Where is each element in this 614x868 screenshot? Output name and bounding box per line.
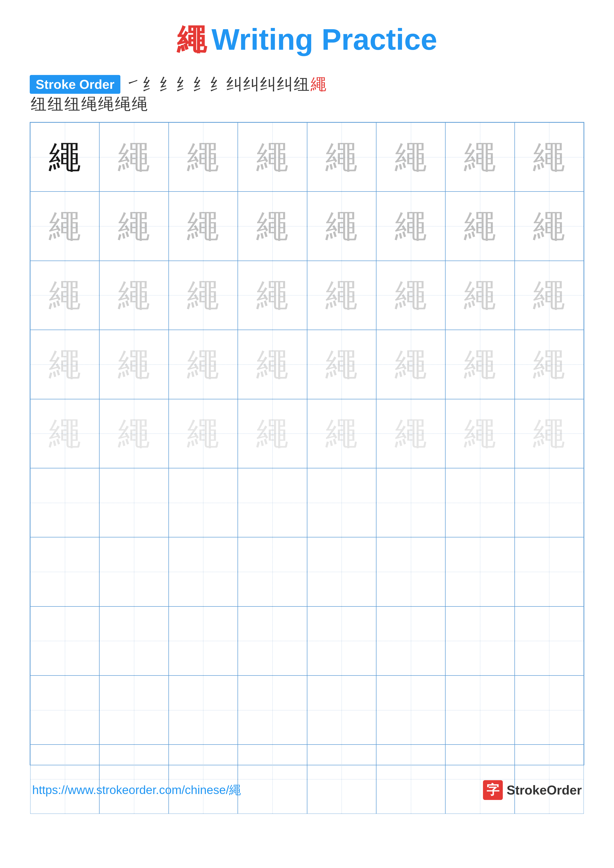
grid-char: 繩 [187,279,219,311]
grid-cell-r6c4[interactable] [238,468,307,537]
grid-cell-r3c7[interactable]: 繩 [445,261,515,330]
stroke-order-section: Stroke Order ㇀ 纟 纟 纟 纟 纟 纠 纠 纠 纠 纽 繩 纽 纽… [30,75,584,112]
grid-cell-r7c8[interactable] [515,537,584,606]
grid-cell-r1c1[interactable]: 繩 [30,122,99,192]
grid-cell-r4c5[interactable]: 繩 [307,330,376,399]
grid-char: 繩 [325,210,358,242]
grid-cell-r8c3[interactable] [169,606,238,676]
grid-cell-r2c8[interactable]: 繩 [515,192,584,260]
grid-cell-r2c2[interactable]: 繩 [99,192,168,260]
grid-cell-r7c7[interactable] [445,537,515,606]
grid-cell-r4c4[interactable]: 繩 [238,330,307,399]
grid-cell-r9c7[interactable] [445,676,515,744]
stroke-step-4: 纟 [176,76,192,92]
grid-cell-r10c5[interactable] [307,744,376,814]
grid-char: 繩 [118,141,150,173]
grid-cell-r1c2[interactable]: 繩 [99,122,168,192]
grid-cell-r6c1[interactable] [30,468,99,537]
grid-cell-r9c3[interactable] [169,676,238,744]
grid-cell-r1c7[interactable]: 繩 [445,122,515,192]
grid-cell-r2c7[interactable]: 繩 [445,192,515,260]
grid-cell-r5c5[interactable]: 繩 [307,399,376,468]
grid-cell-r1c4[interactable]: 繩 [238,122,307,192]
stroke-step-1: ㇀ [125,76,141,92]
grid-cell-r4c6[interactable]: 繩 [376,330,445,399]
grid-cell-r9c6[interactable] [376,676,445,744]
grid-cell-r4c8[interactable]: 繩 [515,330,584,399]
grid-cell-r7c2[interactable] [99,537,168,606]
grid-cell-r8c8[interactable] [515,606,584,676]
grid-char: 繩 [325,141,358,173]
grid-cell-r4c1[interactable]: 繩 [30,330,99,399]
grid-cell-r10c7[interactable] [445,744,515,814]
grid-cell-r10c6[interactable] [376,744,445,814]
grid-cell-r8c1[interactable] [30,606,99,676]
grid-cell-r3c4[interactable]: 繩 [238,261,307,330]
grid-char: 繩 [118,349,150,381]
grid-cell-r9c5[interactable] [307,676,376,744]
stroke-order-row1: Stroke Order ㇀ 纟 纟 纟 纟 纟 纠 纠 纠 纠 纽 繩 [30,75,584,94]
grid-cell-r10c2[interactable] [99,744,168,814]
grid-char: 繩 [464,141,496,173]
grid-cell-r2c6[interactable]: 繩 [376,192,445,260]
grid-cell-r5c3[interactable]: 繩 [169,399,238,468]
grid-cell-r7c1[interactable] [30,537,99,606]
grid-cell-r1c8[interactable]: 繩 [515,122,584,192]
grid-char: 繩 [395,349,427,381]
grid-cell-r10c8[interactable] [515,744,584,814]
grid-cell-r3c1[interactable]: 繩 [30,261,99,330]
grid-cell-r8c6[interactable] [376,606,445,676]
grid-char: 繩 [533,349,565,381]
grid-cell-r3c3[interactable]: 繩 [169,261,238,330]
grid-cell-r2c4[interactable]: 繩 [238,192,307,260]
grid-cell-r8c5[interactable] [307,606,376,676]
grid-cell-r7c6[interactable] [376,537,445,606]
grid-cell-r7c4[interactable] [238,537,307,606]
grid-cell-r1c3[interactable]: 繩 [169,122,238,192]
grid-cell-r4c2[interactable]: 繩 [99,330,168,399]
grid-cell-r7c5[interactable] [307,537,376,606]
title-char: 繩 [177,23,207,56]
grid-cell-r2c1[interactable]: 繩 [30,192,99,260]
grid-cell-r1c5[interactable]: 繩 [307,122,376,192]
grid-cell-r5c1[interactable]: 繩 [30,399,99,468]
grid-cell-r8c2[interactable] [99,606,168,676]
grid-cell-r1c6[interactable]: 繩 [376,122,445,192]
grid-cell-r9c1[interactable] [30,676,99,744]
grid-cell-r2c3[interactable]: 繩 [169,192,238,260]
grid-cell-r6c6[interactable] [376,468,445,537]
grid-cell-r3c2[interactable]: 繩 [99,261,168,330]
grid-cell-r10c4[interactable] [238,744,307,814]
grid-char: 繩 [395,279,427,311]
grid-cell-r4c7[interactable]: 繩 [445,330,515,399]
grid-cell-r9c2[interactable] [99,676,168,744]
grid-char: 繩 [187,349,219,381]
grid-cell-r9c4[interactable] [238,676,307,744]
grid-cell-r8c4[interactable] [238,606,307,676]
grid-cell-r3c5[interactable]: 繩 [307,261,376,330]
grid-cell-r6c7[interactable] [445,468,515,537]
grid-cell-r3c8[interactable]: 繩 [515,261,584,330]
grid-cell-r5c8[interactable]: 繩 [515,399,584,468]
grid-cell-r7c3[interactable] [169,537,238,606]
grid-cell-r5c2[interactable]: 繩 [99,399,168,468]
grid-cell-r2c5[interactable]: 繩 [307,192,376,260]
grid-cell-r10c3[interactable] [169,744,238,814]
grid-cell-r8c7[interactable] [445,606,515,676]
grid-cell-r6c3[interactable] [169,468,238,537]
grid-cell-r4c3[interactable]: 繩 [169,330,238,399]
stroke-step-last: 繩 [311,76,326,92]
stroke-step-r2-4: 绳 [81,96,97,112]
grid-cell-r6c8[interactable] [515,468,584,537]
grid-cell-r5c4[interactable]: 繩 [238,399,307,468]
grid-char: 繩 [187,210,219,242]
grid-char: 繩 [395,210,427,242]
grid-cell-r6c2[interactable] [99,468,168,537]
grid-cell-r9c8[interactable] [515,676,584,744]
grid-cell-r5c7[interactable]: 繩 [445,399,515,468]
stroke-sequence: ㇀ 纟 纟 纟 纟 纟 纠 纠 纠 纠 纽 繩 [125,76,326,92]
grid-cell-r10c1[interactable] [30,744,99,814]
grid-cell-r3c6[interactable]: 繩 [376,261,445,330]
grid-cell-r6c5[interactable] [307,468,376,537]
grid-cell-r5c6[interactable]: 繩 [376,399,445,468]
